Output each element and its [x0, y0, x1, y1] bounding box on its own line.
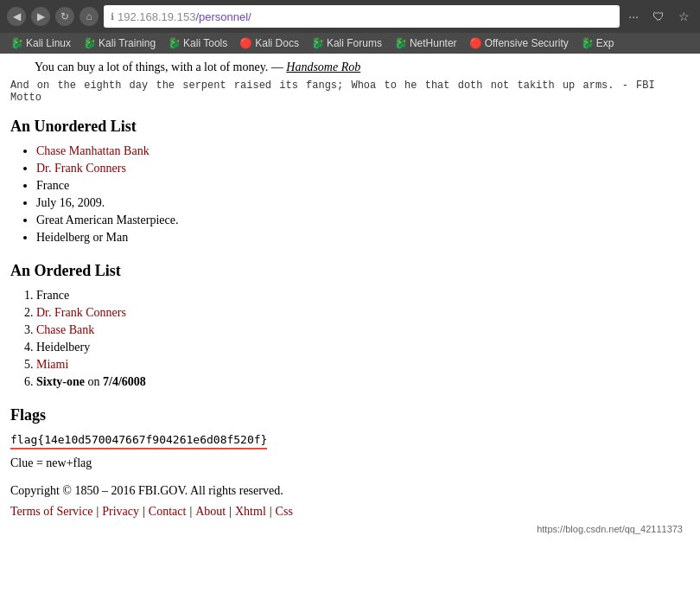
- motto-paragraph: And on the eighth day the serpent raised…: [10, 80, 690, 104]
- bookmark-kali-linux[interactable]: 🐉 Kali Linux: [5, 35, 76, 51]
- quote-link[interactable]: Handsome Rob: [286, 61, 360, 73]
- bookmark-kali-training[interactable]: 🐉 Kali Training: [78, 35, 161, 51]
- exp-icon: 🐉: [581, 37, 594, 49]
- footer-link-privacy[interactable]: Privacy: [102, 505, 139, 519]
- separator: |: [96, 505, 99, 519]
- shield-button[interactable]: 🛡: [649, 8, 668, 25]
- bookmark-label: Exp: [596, 37, 614, 49]
- unordered-title: An Unordered List: [10, 118, 690, 136]
- bookmark-kali-docs[interactable]: 🔴 Kali Docs: [234, 35, 304, 51]
- offensive-security-icon: 🔴: [469, 37, 482, 49]
- flags-section: Flags flag{14e10d570047667f904261e6d08f5…: [10, 406, 690, 470]
- bookmark-exp[interactable]: 🐉 Exp: [576, 35, 620, 51]
- nethunter-icon: 🐉: [394, 37, 407, 49]
- list-item-text: France: [36, 289, 69, 302]
- list-item: Heidelbery: [36, 341, 690, 354]
- footer-link-contact[interactable]: Contact: [149, 505, 187, 519]
- footer-link-terms[interactable]: Terms of Service: [10, 505, 92, 519]
- list-item: Miami: [36, 358, 690, 372]
- list-item: July 16, 2009.: [36, 196, 690, 210]
- bookmark-kali-forums[interactable]: 🐉 Kali Forums: [306, 35, 387, 51]
- flag-code: flag{14e10d570047667f904261e6d08f520f}: [10, 433, 267, 450]
- bookmark-label: Kali Linux: [26, 37, 71, 49]
- list-item-link[interactable]: Miami: [36, 358, 68, 371]
- list-item: Heidelberg or Man: [36, 231, 690, 245]
- list-item-link[interactable]: Chase Bank: [36, 323, 94, 336]
- quote-text: You can buy a lot of things, with a lot …: [35, 61, 286, 73]
- list-item: Great American Masterpiece.: [36, 214, 690, 227]
- list-item: Dr. Frank Conners: [36, 162, 690, 175]
- footer-link-xhtml[interactable]: Xhtml: [235, 505, 266, 519]
- bookmark-label: Kali Tools: [183, 37, 227, 49]
- kali-training-icon: 🐉: [83, 37, 96, 49]
- bottom-bar: https://blog.csdn.net/qq_42111373: [10, 519, 690, 536]
- list-item: Sixty-one on 7/4/6008: [36, 375, 690, 389]
- list-item-text: Great American Masterpiece.: [36, 214, 178, 226]
- bookmark-label: Kali Training: [99, 37, 156, 49]
- browser-window: ◀ ▶ ↻ ⌂ ℹ 192.168.19.153 /personnel/ ···…: [0, 0, 700, 572]
- separator: |: [189, 505, 192, 519]
- list-item-text: on: [85, 375, 103, 388]
- bookmark-label: Kali Forums: [327, 37, 382, 49]
- star-button[interactable]: ☆: [675, 8, 693, 25]
- quote-paragraph: You can buy a lot of things, with a lot …: [10, 61, 690, 74]
- bookmark-kali-tools[interactable]: 🐉 Kali Tools: [162, 35, 232, 51]
- status-url: https://blog.csdn.net/qq_42111373: [537, 524, 683, 534]
- list-item: Dr. Frank Conners: [36, 306, 690, 320]
- list-item-text: France: [36, 179, 69, 192]
- clue-line: Clue = new+flag: [10, 456, 690, 470]
- kali-docs-icon: 🔴: [239, 37, 252, 49]
- bookmark-label: Offensive Security: [485, 37, 569, 49]
- list-item: Chase Bank: [36, 323, 690, 337]
- info-icon: ℹ: [111, 11, 114, 22]
- separator: |: [229, 505, 232, 519]
- bookmarks-bar: 🐉 Kali Linux 🐉 Kali Training 🐉 Kali Tool…: [0, 33, 700, 54]
- list-item-link[interactable]: Chase Manhattan Bank: [36, 144, 150, 157]
- footer-link-css[interactable]: Css: [276, 505, 293, 519]
- toolbar-icons: ··· 🛡 ☆: [625, 8, 693, 25]
- list-item: France: [36, 179, 690, 193]
- url-text: 192.168.19.153: [118, 10, 195, 23]
- back-button[interactable]: ◀: [7, 7, 26, 26]
- flags-title: Flags: [10, 406, 690, 424]
- bookmark-label: NetHunter: [410, 37, 457, 49]
- ordered-section: An Ordered List France Dr. Frank Conners…: [10, 262, 690, 389]
- list-item-text: Heidelberg or Man: [36, 231, 128, 244]
- separator: |: [143, 505, 145, 519]
- url-path: /personnel/: [195, 10, 251, 23]
- list-item-link[interactable]: Dr. Frank Conners: [36, 162, 126, 175]
- bold-text: Sixty-one: [36, 375, 85, 388]
- bookmark-offensive-security[interactable]: 🔴 Offensive Security: [464, 35, 574, 51]
- bookmark-nethunter[interactable]: 🐉 NetHunter: [389, 35, 462, 51]
- footer-link-about[interactable]: About: [195, 505, 226, 519]
- address-bar[interactable]: ℹ 192.168.19.153 /personnel/: [104, 5, 620, 28]
- browser-titlebar: ◀ ▶ ↻ ⌂ ℹ 192.168.19.153 /personnel/ ···…: [0, 0, 700, 33]
- refresh-button[interactable]: ↻: [55, 7, 74, 26]
- bold-date: 7/4/6008: [103, 375, 146, 388]
- kali-tools-icon: 🐉: [168, 37, 181, 49]
- ordered-list: France Dr. Frank Conners Chase Bank Heid…: [36, 289, 690, 389]
- list-item-text: Heidelbery: [36, 341, 90, 354]
- separator: |: [270, 505, 272, 519]
- unordered-list: Chase Manhattan Bank Dr. Frank Conners F…: [36, 144, 690, 245]
- kali-forums-icon: 🐉: [311, 37, 324, 49]
- home-button[interactable]: ⌂: [80, 7, 99, 26]
- list-item-text: July 16, 2009.: [36, 196, 105, 209]
- list-item-link[interactable]: Dr. Frank Conners: [36, 306, 126, 319]
- list-item: Chase Manhattan Bank: [36, 144, 690, 158]
- unordered-section: An Unordered List Chase Manhattan Bank D…: [10, 118, 690, 245]
- footer-links: Terms of Service | Privacy | Contact | A…: [10, 505, 690, 519]
- flag-value: flag{14e10d570047667f904261e6d08f520f}: [10, 433, 690, 456]
- page-content: You can buy a lot of things, with a lot …: [0, 54, 700, 572]
- ordered-title: An Ordered List: [10, 262, 690, 280]
- forward-button[interactable]: ▶: [31, 7, 50, 26]
- more-button[interactable]: ···: [625, 8, 642, 25]
- kali-linux-icon: 🐉: [10, 37, 23, 49]
- list-item: France: [36, 289, 690, 303]
- bookmark-label: Kali Docs: [255, 37, 299, 49]
- copyright: Copyright © 1850 – 2016 FBI.GOV. All rig…: [10, 484, 690, 498]
